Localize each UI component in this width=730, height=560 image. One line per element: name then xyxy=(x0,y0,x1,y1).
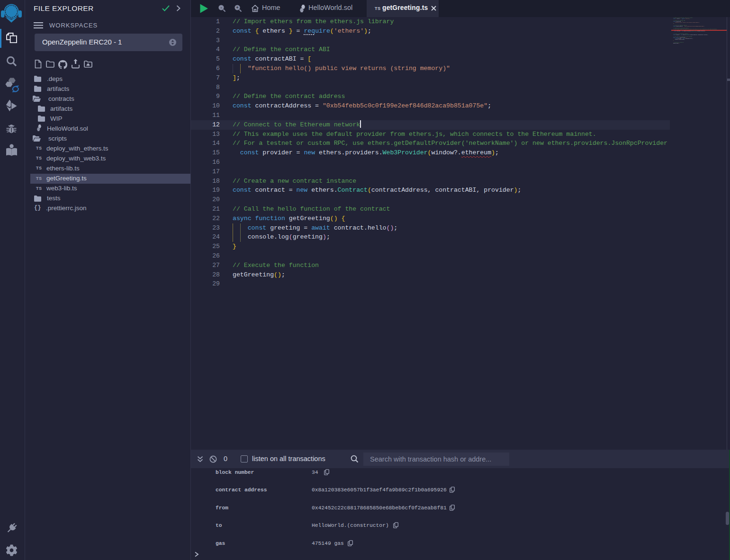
svg-text:+: + xyxy=(236,5,238,10)
svg-text:-: - xyxy=(221,5,222,10)
